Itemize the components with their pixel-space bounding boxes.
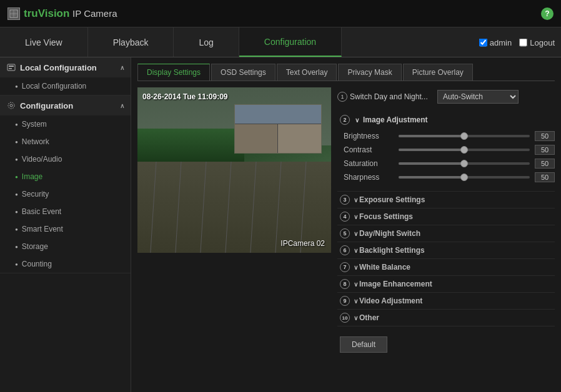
nav-configuration[interactable]: Configuration — [239, 27, 342, 57]
switch-day-night-label: Switch Day and Night... — [350, 92, 437, 101]
section-image-enhancement[interactable]: 8 ∨ Image Enhancement — [337, 276, 555, 293]
sidebar-item-local-config[interactable]: Local Configuration — [0, 77, 131, 95]
logo-text: truVision IP Camera — [24, 7, 117, 20]
collapsible-image-adjustment: 2 ∨ Image Adjustment Brightness 50 — [337, 111, 555, 192]
logo-icon — [7, 7, 20, 20]
brightness-thumb[interactable] — [460, 132, 468, 140]
sidebar-section-local-header[interactable]: Local Configuration ∧ — [0, 57, 131, 77]
sidebar-item-smart-event[interactable]: Smart Event — [0, 220, 131, 238]
section-exposure[interactable]: 3 ∨ Exposure Settings — [337, 192, 555, 208]
sidebar-item-counting[interactable]: Counting — [0, 255, 131, 273]
sidebar-section-local-inner: Local Configuration — [6, 62, 97, 72]
other-label: Other — [359, 313, 379, 322]
logo-vision: Vision — [38, 7, 70, 19]
saturation-thumb[interactable] — [460, 160, 468, 167]
num-circle-5: 5 — [340, 228, 350, 238]
day-night-switch-label: Day/Night Switch — [359, 229, 420, 238]
sharpness-thumb[interactable] — [460, 174, 468, 181]
nav-logout-checkbox[interactable] — [519, 38, 527, 46]
svg-rect-4 — [7, 64, 15, 71]
cam-building — [234, 104, 322, 154]
help-button[interactable]: ? — [541, 7, 554, 20]
chevron-exposure: ∨ — [354, 197, 358, 203]
tab-text-overlay[interactable]: Text Overlay — [277, 64, 337, 81]
camera-image: 08-26-2014 Tue 11:09:09 IPCamera 02 — [137, 87, 331, 253]
local-config-icon — [6, 62, 16, 72]
num-circle-7: 7 — [340, 262, 350, 272]
sidebar-item-basic-event-label: Basic Event — [22, 207, 61, 216]
sharpness-row: Sharpness 50 — [344, 172, 555, 182]
sidebar-section-config-inner: Configuration — [6, 100, 73, 110]
switch-day-night-select[interactable]: Auto-Switch Day Night Scheduled-Switch — [437, 90, 519, 104]
contrast-thumb[interactable] — [460, 146, 468, 154]
sharpness-label: Sharpness — [344, 173, 394, 182]
section-day-night-switch[interactable]: 5 ∨ Day/Night Switch — [337, 225, 555, 242]
section-video-adjustment[interactable]: 9 ∨ Video Adjustment — [337, 293, 555, 310]
tab-picture-overlay[interactable]: Picture Overlay — [403, 64, 473, 81]
sidebar-item-video-audio[interactable]: Video/Audio — [0, 150, 131, 168]
sidebar-item-network-label: Network — [22, 137, 49, 146]
nav-live-view[interactable]: Live View — [0, 27, 88, 57]
image-enhancement-label: Image Enhancement — [359, 280, 432, 288]
config-icon — [6, 100, 16, 110]
num-circle-2: 2 — [340, 115, 350, 125]
sidebar-section-config-header[interactable]: Configuration ∧ — [0, 96, 131, 115]
nav-playback[interactable]: Playback — [88, 27, 174, 57]
chevron-image-adj: ∨ — [355, 117, 359, 124]
logo-tru: tru — [24, 7, 38, 19]
sidebar-item-video-audio-label: Video/Audio — [22, 155, 62, 164]
svg-line-11 — [200, 162, 206, 253]
backlight-label: Backlight Settings — [359, 246, 425, 255]
exposure-label: Exposure Settings — [359, 195, 425, 204]
tab-privacy-mask[interactable]: Privacy Mask — [338, 64, 401, 81]
nav-user-checkbox[interactable] — [479, 38, 487, 46]
sidebar-section-config-label: Configuration — [20, 101, 73, 110]
contrast-label: Contrast — [344, 145, 394, 154]
tab-osd-settings[interactable]: OSD Settings — [211, 64, 276, 81]
nav-auth: admin Logout — [479, 37, 555, 47]
logo-area: truVision IP Camera — [7, 7, 117, 20]
collapsible-image-adjustment-header[interactable]: 2 ∨ Image Adjustment — [337, 111, 555, 129]
logo-subtitle: IP Camera — [72, 8, 117, 19]
section-focus[interactable]: 4 ∨ Focus Settings — [337, 208, 555, 225]
sidebar-item-system[interactable]: System — [0, 115, 131, 133]
sharpness-track — [399, 176, 530, 179]
brightness-row: Brightness 50 — [344, 131, 555, 141]
sidebar: Local Configuration ∧ Local Configuratio… — [0, 57, 131, 392]
num-circle-3: 3 — [340, 195, 350, 205]
tab-display-settings[interactable]: Display Settings — [137, 64, 210, 81]
section-white-balance[interactable]: 7 ∨ White Balance — [337, 259, 555, 276]
svg-line-10 — [175, 162, 181, 253]
brightness-track — [399, 135, 530, 137]
saturation-value: 50 — [535, 159, 555, 169]
sidebar-item-network[interactable]: Network — [0, 133, 131, 150]
switch-day-night-row: 1 Switch Day and Night... Auto-Switch Da… — [337, 87, 555, 106]
camera-name: IPCamera 02 — [280, 239, 325, 248]
settings-panel: 1 Switch Day and Night... Auto-Switch Da… — [337, 87, 555, 358]
num-circle-9: 9 — [340, 296, 350, 306]
contrast-value: 50 — [535, 145, 555, 155]
svg-line-13 — [250, 162, 256, 253]
sidebar-config-chevron: ∧ — [120, 102, 124, 109]
nav-log[interactable]: Log — [174, 27, 239, 57]
focus-label: Focus Settings — [359, 212, 413, 221]
nav-logout[interactable]: Logout — [519, 37, 555, 47]
sharpness-fill — [399, 176, 464, 179]
chevron-backlight: ∨ — [354, 247, 358, 254]
chevron-focus: ∨ — [354, 213, 358, 220]
sidebar-item-image[interactable]: Image — [0, 168, 131, 185]
sidebar-item-storage[interactable]: Storage — [0, 238, 131, 255]
sidebar-item-basic-event[interactable]: Basic Event — [0, 203, 131, 220]
nav-username: admin — [490, 37, 512, 47]
sidebar-section-local: Local Configuration ∧ Local Configuratio… — [0, 57, 131, 96]
sidebar-item-security[interactable]: Security — [0, 185, 131, 203]
contrast-fill — [399, 149, 464, 151]
chevron-image-enhancement: ∨ — [354, 281, 358, 288]
default-button[interactable]: Default — [340, 336, 387, 353]
svg-point-8 — [8, 102, 14, 109]
chevron-white-balance: ∨ — [354, 264, 358, 271]
section-backlight[interactable]: 6 ∨ Backlight Settings — [337, 242, 555, 259]
section-other[interactable]: 10 ∨ Other — [337, 310, 555, 326]
sidebar-item-system-label: System — [22, 120, 47, 129]
nav-logout-label: Logout — [530, 37, 555, 47]
